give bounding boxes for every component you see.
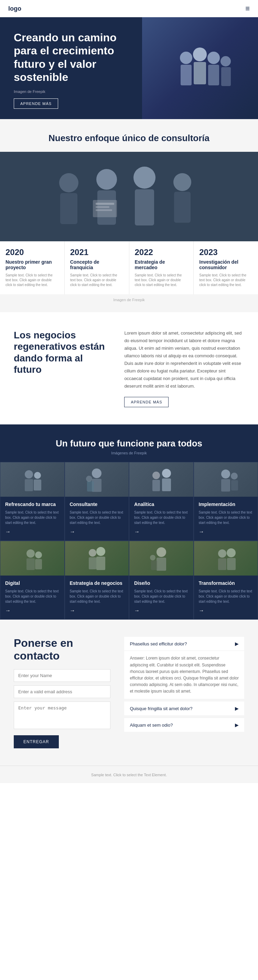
- svg-rect-11: [60, 193, 78, 224]
- svg-rect-31: [152, 480, 160, 491]
- service-image-7: [194, 541, 258, 576]
- menu-icon[interactable]: ≡: [245, 4, 250, 13]
- header: logo ≡: [0, 0, 258, 17]
- timeline-desc-2021: Sample text. Click to select the text bo…: [70, 273, 123, 288]
- svg-rect-15: [135, 189, 154, 226]
- service-arrow-2[interactable]: →: [134, 529, 188, 535]
- service-title-3: Implementación: [199, 501, 253, 507]
- faq-question-2[interactable]: Aliquam et sem odio? ▶: [124, 718, 244, 732]
- contact-section: Ponerse en contacto ENTREGAR Phasellus s…: [0, 620, 258, 765]
- service-desc-6: Sample text. Click to select the text bo…: [134, 589, 188, 604]
- service-content-5: Estrategia de negocios Sample text. Clic…: [65, 576, 129, 619]
- svg-rect-25: [34, 479, 41, 490]
- service-desc-3: Sample text. Click to select the text bo…: [199, 510, 253, 525]
- service-arrow-4[interactable]: →: [5, 608, 60, 614]
- service-title-0: Refrescando tu marca: [5, 501, 60, 507]
- svg-rect-4: [194, 62, 206, 84]
- timeline-desc-2022: Sample text. Click to select the text bo…: [135, 273, 188, 288]
- svg-point-42: [89, 549, 96, 557]
- svg-rect-2: [180, 65, 192, 85]
- svg-point-29: [86, 476, 92, 482]
- faq-arrow-0: ▶: [235, 641, 239, 646]
- regen-learn-more-button[interactable]: APRENDE MÁS: [124, 397, 169, 407]
- timeline-year-2020: 2020: [5, 248, 59, 257]
- service-image-3: [194, 462, 258, 497]
- service-item-7: Transformación Sample text. Click to sel…: [194, 541, 258, 620]
- timeline-desc-2020: Sample text. Click to select the text bo…: [5, 273, 59, 288]
- contact-email-input[interactable]: [14, 685, 111, 698]
- contact-submit-button[interactable]: ENTREGAR: [14, 735, 59, 748]
- consulting-title: Nuestro enfoque único de consultoría: [0, 133, 258, 143]
- contact-name-input[interactable]: [14, 669, 111, 682]
- faq-question-text-2: Aliquam et sem odio?: [130, 722, 173, 728]
- timeline-desc-2023: Sample text. Click to select the text bo…: [199, 273, 253, 288]
- svg-rect-8: [221, 67, 231, 86]
- svg-point-16: [173, 173, 191, 191]
- timeline-label-2022: Estrategia de mercadeo: [135, 259, 188, 270]
- svg-rect-41: [35, 559, 42, 570]
- faq-item-2: Aliquam et sem odio? ▶: [124, 718, 244, 732]
- timeline-year-2023: 2023: [199, 248, 253, 257]
- service-arrow-3[interactable]: →: [199, 529, 253, 535]
- service-item-0: Refrescando tu marca Sample text. Click …: [0, 462, 65, 541]
- service-desc-0: Sample text. Click to select the text bo…: [5, 510, 60, 525]
- consulting-image: [0, 152, 258, 241]
- svg-rect-45: [96, 557, 105, 570]
- faq-question-1[interactable]: Quisque fringilla sit amet dolor? ▶: [124, 702, 244, 715]
- service-content-2: Analítica Sample text. Click to select t…: [129, 497, 193, 541]
- svg-rect-48: [151, 560, 157, 570]
- service-arrow-0[interactable]: →: [5, 529, 60, 535]
- service-item-4: Digital Sample text. Click to select the…: [0, 541, 65, 620]
- regen-left: Los negocios regenerativos están dando f…: [14, 329, 111, 375]
- svg-point-36: [231, 473, 238, 479]
- svg-point-46: [157, 547, 166, 557]
- services-grid: Refrescando tu marca Sample text. Click …: [0, 462, 258, 620]
- service-title-5: Estrategia de negocios: [70, 581, 124, 586]
- future-title: Un futuro que funcione para todos: [0, 438, 258, 449]
- service-content-0: Refrescando tu marca Sample text. Click …: [0, 497, 64, 541]
- timeline-item-2021: 2021 Concepto de franquicia Sample text.…: [65, 241, 129, 294]
- hero-text-block: Creando un camino para el crecimiento fu…: [0, 17, 142, 119]
- service-arrow-7[interactable]: →: [199, 608, 253, 614]
- svg-point-30: [152, 472, 160, 479]
- svg-rect-35: [221, 479, 230, 492]
- timeline-label-2023: Investigación del consumidor: [199, 259, 253, 270]
- regen-title: Los negocios regenerativos están dando f…: [14, 329, 111, 375]
- svg-point-44: [96, 547, 105, 556]
- svg-point-3: [193, 48, 207, 61]
- hero-caption: Imagen de Freepik: [14, 89, 132, 94]
- hero-learn-more-button[interactable]: APRENDE MÁS: [14, 99, 58, 109]
- timeline-item-2022: 2022 Estrategia de mercadeo Sample text.…: [129, 241, 194, 294]
- hero-image-placeholder: [142, 17, 258, 119]
- faq-question-0[interactable]: Phasellus sed efficitur dolor? ▶: [124, 637, 244, 651]
- service-arrow-1[interactable]: →: [70, 529, 124, 535]
- svg-point-24: [34, 472, 41, 479]
- service-desc-2: Sample text. Click to select the text bo…: [134, 510, 188, 525]
- svg-rect-47: [157, 558, 166, 571]
- service-image-4: [0, 541, 64, 576]
- hero-image: [142, 17, 258, 119]
- consulting-section: Nuestro enfoque único de consultoría 202…: [0, 119, 258, 312]
- svg-rect-23: [25, 479, 33, 491]
- svg-rect-51: [218, 558, 226, 570]
- service-desc-1: Sample text. Click to select the text bo…: [70, 510, 124, 525]
- service-title-7: Transformación: [199, 581, 253, 586]
- svg-point-12: [96, 169, 117, 190]
- service-desc-4: Sample text. Click to select the text bo…: [5, 589, 60, 604]
- service-image-2: [129, 462, 193, 497]
- contact-message-textarea[interactable]: [14, 702, 111, 729]
- service-arrow-5[interactable]: →: [70, 608, 124, 614]
- service-arrow-6[interactable]: →: [134, 608, 188, 614]
- svg-rect-19: [96, 203, 114, 205]
- hero-people-illustration: [165, 34, 234, 103]
- hero-section: Creando un camino para el crecimiento fu…: [0, 17, 258, 119]
- service-content-4: Digital Sample text. Click to select the…: [0, 576, 64, 619]
- svg-point-26: [92, 468, 101, 478]
- service-content-7: Transformación Sample text. Click to sel…: [194, 576, 258, 619]
- svg-rect-53: [227, 558, 236, 570]
- contact-form-area: Ponerse en contacto ENTREGAR: [14, 637, 111, 748]
- faq-question-text-1: Quisque fringilla sit amet dolor?: [130, 706, 192, 711]
- timeline-item-2023: 2023 Investigación del consumidor Sample…: [194, 241, 258, 294]
- svg-point-50: [218, 549, 226, 558]
- service-image-5: [65, 541, 129, 576]
